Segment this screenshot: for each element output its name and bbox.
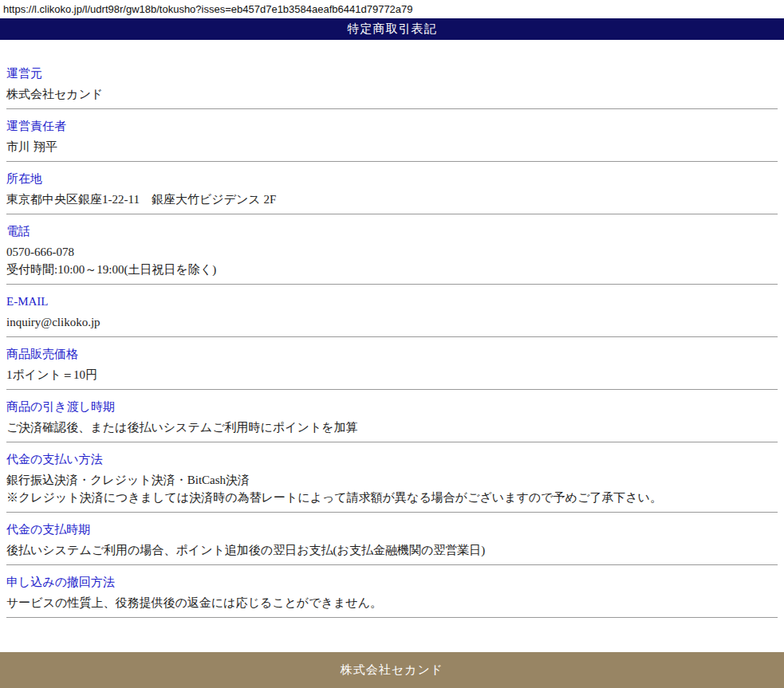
section-values: 後払いシステムご利用の場合、ポイント追加後の翌日お支払(お支払金融機関の翌営業日… (6, 541, 778, 559)
section-divider (6, 161, 778, 162)
section-values: 市川 翔平 (6, 138, 778, 155)
section-values: ご決済確認後、または後払いシステムご利用時にポイントを加算 (6, 419, 778, 436)
section-value-line: 市川 翔平 (6, 138, 778, 155)
section-divider (6, 564, 778, 565)
section-divider (6, 512, 778, 513)
section-label: 申し込みの撤回方法 (6, 574, 778, 590)
section-label: 所在地 (6, 171, 778, 187)
section-divider (6, 214, 778, 214)
section-value-line: 東京都中央区銀座1-22-11 銀座大竹ビジデンス 2F (6, 191, 778, 208)
section-label: 商品の引き渡し時期 (6, 399, 778, 415)
section-divider (6, 442, 778, 442)
section-values: 0570-666-078受付時間:10:00～19:00(土日祝日を除く) (6, 243, 778, 278)
page-title: 特定商取引表記 (348, 22, 437, 37)
page-header: 特定商取引表記 (0, 18, 784, 40)
info-section: 申し込みの撤回方法 サービスの性質上、役務提供後の返金には応じることができません… (6, 574, 778, 618)
section-value-line: 0570-666-078 (6, 243, 778, 261)
info-section: E-MAIL inquiry@clikoko.jp (6, 293, 778, 337)
section-label: 運営責任者 (6, 118, 778, 134)
section-label: 運営元 (6, 65, 778, 81)
info-section: 代金の支払い方法 銀行振込決済・クレジット決済・BitCash決済※クレジット決… (6, 451, 778, 513)
section-label: 代金の支払い方法 (6, 451, 778, 467)
page-url: https://l.clikoko.jp/l/udrt98r/gw18b/tok… (0, 0, 784, 18)
section-values: inquiry@clikoko.jp (6, 313, 778, 331)
sections-container: 運営元 株式会社セカンド 運営責任者 市川 翔平 所在地 東京都中央区銀座1-2… (6, 40, 778, 652)
section-values: サービスの性質上、役務提供後の返金には応じることができません。 (6, 594, 778, 611)
section-value-line: 受付時間:10:00～19:00(土日祝日を除く) (6, 261, 778, 278)
section-divider (6, 108, 778, 109)
info-section: 商品の引き渡し時期 ご決済確認後、または後払いシステムご利用時にポイントを加算 (6, 399, 778, 442)
section-divider (6, 617, 778, 618)
footer-company-name: 株式会社セカンド (341, 662, 443, 678)
section-value-line: ※クレジット決済につきましては決済時の為替レートによって請求額が異なる場合がござ… (6, 489, 778, 506)
section-values: 東京都中央区銀座1-22-11 銀座大竹ビジデンス 2F (6, 191, 778, 208)
section-value-line: サービスの性質上、役務提供後の返金には応じることができません。 (6, 594, 778, 611)
section-values: 1ポイント＝10円 (6, 366, 778, 383)
info-section: 運営元 株式会社セカンド (6, 65, 778, 109)
tokusho-page: { "page": { "url": "https://l.clikoko.jp… (0, 0, 784, 688)
section-label: 電話 (6, 223, 778, 239)
info-section: 所在地 東京都中央区銀座1-22-11 銀座大竹ビジデンス 2F (6, 171, 778, 214)
section-value-line: ご決済確認後、または後払いシステムご利用時にポイントを加算 (6, 419, 778, 436)
info-section: 商品販売価格 1ポイント＝10円 (6, 346, 778, 390)
section-value-line: inquiry@clikoko.jp (6, 313, 778, 331)
footer: 株式会社セカンド (0, 652, 784, 688)
section-values: 銀行振込決済・クレジット決済・BitCash決済※クレジット決済につきましては決… (6, 471, 778, 506)
section-label: 代金の支払時期 (6, 521, 778, 537)
info-section: 運営責任者 市川 翔平 (6, 118, 778, 162)
section-value-line: 銀行振込決済・クレジット決済・BitCash決済 (6, 471, 778, 489)
section-value-line: 後払いシステムご利用の場合、ポイント追加後の翌日お支払(お支払金融機関の翌営業日… (6, 541, 778, 559)
section-value-line: 1ポイント＝10円 (6, 366, 778, 383)
section-label: 商品販売価格 (6, 346, 778, 362)
section-value-line: 株式会社セカンド (6, 85, 778, 103)
section-divider (6, 389, 778, 390)
section-label: E-MAIL (6, 293, 778, 309)
section-values: 株式会社セカンド (6, 85, 778, 103)
section-divider (6, 284, 778, 285)
info-section: 代金の支払時期 後払いシステムご利用の場合、ポイント追加後の翌日お支払(お支払金… (6, 521, 778, 565)
info-section: 電話 0570-666-078受付時間:10:00～19:00(土日祝日を除く) (6, 223, 778, 285)
section-divider (6, 336, 778, 337)
